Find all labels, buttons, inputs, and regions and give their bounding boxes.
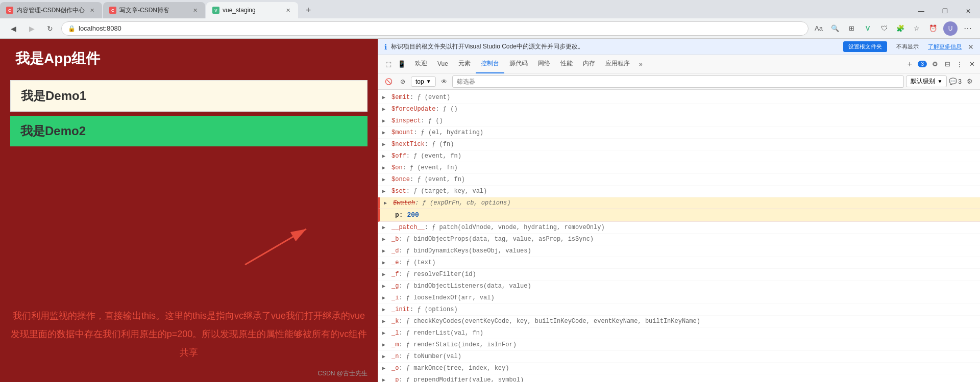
expand-arrow-icon[interactable]: ▶ — [382, 176, 388, 184]
tab-close-3[interactable]: ✕ — [284, 6, 292, 14]
new-tab-button[interactable]: + — [300, 2, 316, 18]
expand-arrow-icon[interactable]: ▶ — [382, 236, 388, 243]
dont-show-again-button[interactable]: 不再显示 — [891, 41, 924, 52]
expand-arrow-icon[interactable]: ▶ — [382, 283, 388, 290]
more-options-button[interactable]: ⋯ — [962, 22, 974, 35]
expand-arrow-icon[interactable]: ▶ — [382, 117, 388, 125]
annotation-text: 我们利用监视的操作，直接输出this。这里的this是指向vc继承了vue我们打… — [0, 307, 378, 362]
window-close-button[interactable]: ✕ — [957, 2, 980, 20]
dock-icon[interactable]: ⊟ — [941, 58, 953, 70]
tab-label-2: 写文章-CSDN博客 — [119, 6, 188, 15]
code-text: $forceUpdate: ƒ () — [391, 105, 458, 114]
devtools-more-icon[interactable]: ⋮ — [953, 58, 966, 70]
console-settings-icon[interactable]: ⚙ — [964, 75, 976, 88]
tab-close-2[interactable]: ✕ — [191, 6, 199, 14]
devtools-close-icon[interactable]: ✕ — [966, 58, 978, 70]
console-line: ▶ _f: ƒ resolveFilter(id) — [378, 269, 980, 281]
window-maximize-button[interactable]: ❐ — [933, 2, 957, 20]
expand-arrow-icon[interactable]: ▶ — [382, 141, 388, 148]
expand-arrow-icon[interactable]: ▶ — [382, 94, 388, 101]
tab-console[interactable]: 控制台 — [476, 55, 504, 73]
expand-arrow-icon[interactable]: ▶ — [382, 306, 388, 314]
tab-elements[interactable]: 元素 — [453, 55, 476, 73]
code-text: _f: ƒ resolveFilter(id) — [391, 270, 476, 279]
annotation-area: 我们利用监视的操作，直接输出this。这里的this是指向vc继承了vue我们打… — [0, 203, 378, 382]
console-line: ▶ $forceUpdate: ƒ () — [378, 104, 980, 115]
tab-active-3[interactable]: V vue_staging ✕ — [206, 2, 298, 18]
console-filter-input[interactable] — [452, 75, 904, 88]
browser-extensions-icon[interactable]: ⊞ — [845, 22, 857, 35]
console-line: ▶ _l: ƒ renderList(val, fn) — [378, 327, 980, 339]
extensions-puzzle-icon[interactable]: 🧩 — [894, 22, 906, 35]
tab-welcome[interactable]: 欢迎 — [410, 55, 432, 73]
expand-arrow-icon[interactable]: ▶ — [382, 152, 388, 160]
tab-sources[interactable]: 源代码 — [504, 55, 533, 73]
expand-arrow-icon[interactable]: ▶ — [382, 318, 388, 325]
address-input[interactable]: 🔒 localhost:8080 — [61, 21, 808, 36]
profile-icon[interactable]: Aa — [813, 22, 825, 35]
user-avatar[interactable]: U — [943, 21, 958, 36]
expand-arrow-icon[interactable]: ▶ — [382, 129, 388, 137]
log-count: 3 — [958, 78, 962, 85]
code-text: _k: ƒ checkKeyCodes(eventKeyCode, key, b… — [391, 317, 700, 326]
log-level-dropdown[interactable]: 默认级别 ▼ — [906, 75, 947, 87]
more-tabs-icon[interactable]: » — [635, 55, 647, 73]
tab-network[interactable]: 网络 — [533, 55, 555, 73]
expand-arrow-icon[interactable]: ▶ — [382, 294, 388, 302]
tab-memory[interactable]: 内存 — [578, 55, 600, 73]
notification-close-icon[interactable]: ✕ — [968, 43, 974, 51]
set-root-folder-button[interactable]: 设置根文件夹 — [843, 41, 887, 52]
code-text: _d: ƒ bindDynamicKeys(baseObj, values) — [391, 246, 531, 256]
expand-arrow-icon[interactable]: ▶ — [382, 341, 388, 349]
vue-devtools-icon[interactable]: V — [862, 22, 874, 35]
tab-performance[interactable]: 性能 — [555, 55, 578, 73]
back-button[interactable]: ◀ — [6, 21, 20, 36]
expand-arrow-icon[interactable]: ▶ — [382, 224, 388, 232]
tab-inactive-2[interactable]: C 写文章-CSDN博客 ✕ — [103, 2, 205, 18]
expand-arrow-icon[interactable]: ▶ — [382, 164, 388, 172]
code-text: _p: ƒ prependModifier(value, symbol) — [391, 375, 524, 383]
expand-arrow-icon[interactable]: ▶ — [382, 271, 388, 278]
console-line: ▶ _e: ƒ (text) — [378, 257, 980, 269]
console-line: ▶ _d: ƒ bindDynamicKeys(baseObj, values) — [378, 245, 980, 257]
top-label: top — [415, 78, 424, 85]
expand-arrow-icon[interactable]: ▶ — [384, 199, 390, 207]
learn-more-link[interactable]: 了解更多信息 — [928, 43, 962, 50]
tab-vue[interactable]: Vue — [432, 55, 453, 73]
expand-arrow-icon[interactable]: ▶ — [382, 353, 388, 361]
annotation-line1: 我们利用监视的操作，直接输出this。这里的this是指向vc继承了vue我们打… — [10, 307, 368, 325]
window-minimize-button[interactable]: — — [910, 2, 933, 20]
tab-inactive-1[interactable]: C 内容管理-CSDN创作中心 ✕ — [0, 2, 102, 18]
expand-arrow-icon[interactable]: ▶ — [382, 247, 388, 255]
console-line-highlighted-watch: ▶ $watch: ƒ (expOrFn, cb, options) — [378, 197, 980, 209]
code-text: _g: ƒ bindObjectListeners(data, value) — [391, 282, 531, 291]
shields-icon[interactable]: 🛡 — [878, 22, 890, 35]
expand-arrow-icon[interactable]: ▶ — [382, 329, 388, 337]
console-output[interactable]: ▶ $emit: ƒ (event) ▶ $forceUpdate: ƒ () … — [378, 90, 980, 382]
history-icon[interactable]: ⏰ — [927, 22, 939, 35]
expand-arrow-icon[interactable]: ▶ — [382, 259, 388, 267]
console-line: ▶ _g: ƒ bindObjectListeners(data, value) — [378, 281, 980, 292]
expand-arrow-icon[interactable]: ▶ — [382, 365, 388, 372]
top-dropdown[interactable]: top ▼ — [411, 77, 436, 87]
devtools-settings-icon[interactable]: ⚙ — [929, 58, 941, 70]
add-panel-icon[interactable]: + — [903, 58, 916, 70]
bookmarks-icon[interactable]: ☆ — [911, 22, 923, 35]
tab-application[interactable]: 应用程序 — [600, 55, 635, 73]
clear-console-icon[interactable]: 🚫 — [382, 75, 395, 88]
inspect-element-icon[interactable]: ⬚ — [382, 58, 395, 70]
csdn-watermark: CSDN @古士先生 — [317, 369, 368, 378]
device-toolbar-icon[interactable]: 📱 — [396, 58, 408, 70]
search-icon[interactable]: 🔍 — [829, 22, 841, 35]
eye-icon[interactable]: 👁 — [438, 75, 450, 88]
demo1-label: 我是Demo1 — [21, 89, 86, 103]
code-text: _o: ƒ markOnce(tree, index, key) — [391, 364, 509, 373]
expand-arrow-icon[interactable]: ▶ — [382, 376, 388, 383]
reload-button[interactable]: ↻ — [43, 21, 57, 36]
code-text: $set: ƒ (target, key, val) — [391, 187, 487, 196]
expand-arrow-icon[interactable]: ▶ — [382, 188, 388, 195]
tab-close-1[interactable]: ✕ — [88, 6, 96, 14]
filter-icon[interactable]: ⊘ — [397, 75, 409, 88]
forward-button[interactable]: ▶ — [24, 21, 39, 36]
expand-arrow-icon[interactable]: ▶ — [382, 106, 388, 113]
